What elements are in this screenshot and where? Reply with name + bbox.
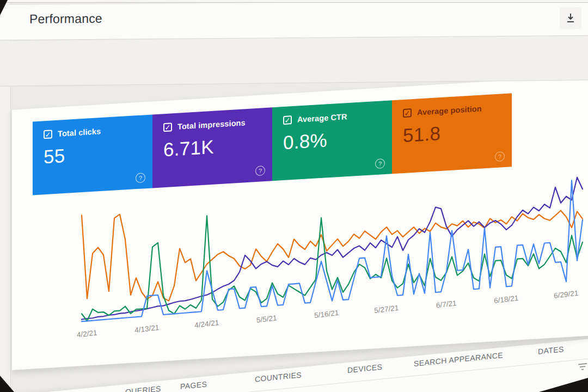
metric-card-label: Average position [417, 104, 482, 117]
tab-search-appearance[interactable]: SEARCH APPEARANCE [414, 351, 503, 368]
metric-card-label: Total impressions [177, 118, 246, 131]
x-axis-tick-label: 4/24/21 [194, 318, 219, 329]
screen-top-edge [0, 0, 588, 3]
metric-card-label: Total clicks [58, 127, 101, 138]
help-icon[interactable]: ? [375, 158, 385, 169]
checkbox-checked-icon[interactable]: ✓ [403, 108, 412, 118]
metric-card-value: 51.8 [403, 119, 503, 146]
export-button[interactable] [560, 7, 581, 29]
x-axis-tick-label: 6/29/21 [554, 289, 579, 300]
metric-card-label: Average CTR [297, 112, 347, 124]
checkbox-checked-icon[interactable]: ✓ [44, 130, 52, 139]
page-title: Performance [29, 11, 102, 27]
metric-card-total-impressions[interactable]: ✓ Total impressions 6.71K ? [152, 107, 272, 188]
table-filter-icon[interactable] [578, 363, 587, 372]
metric-card-total-clicks[interactable]: ✓ Total clicks 55 ? [33, 114, 152, 195]
help-icon[interactable]: ? [255, 166, 265, 176]
header: Performance [0, 1, 588, 40]
x-axis-tick-label: 6/18/21 [494, 294, 519, 305]
filter-bar [0, 35, 588, 86]
metric-card-value: 0.8% [283, 126, 383, 154]
checkbox-checked-icon[interactable]: ✓ [163, 122, 172, 132]
help-icon[interactable]: ? [136, 173, 145, 183]
x-axis-tick-label: 5/5/21 [256, 314, 277, 324]
x-axis-tick-label: 5/27/21 [374, 304, 399, 315]
x-axis-tick-label: 6/7/21 [436, 299, 457, 309]
performance-chart: 4/2/214/13/214/24/215/5/215/16/215/27/21… [12, 158, 588, 372]
tab-pages[interactable]: PAGES [180, 379, 207, 391]
help-icon[interactable]: ? [495, 151, 505, 162]
x-axis-tick-label: 5/16/21 [314, 309, 339, 320]
x-axis-tick-label: 4/2/21 [77, 328, 97, 339]
tab-dates[interactable]: DATES [538, 345, 564, 356]
performance-panel: ✓ Total clicks 55 ? ✓ Total impressions … [12, 75, 588, 370]
tab-countries[interactable]: COUNTRIES [255, 370, 302, 383]
download-icon [565, 13, 576, 23]
metric-card-average-position[interactable]: ✓ Average position 51.8 ? [392, 93, 512, 174]
x-axis-tick-label: 4/13/21 [134, 323, 160, 334]
tab-devices[interactable]: DEVICES [347, 363, 382, 375]
tab-queries[interactable]: QUERIES [125, 384, 161, 392]
metric-card-value: 6.71K [163, 133, 264, 161]
checkbox-checked-icon[interactable]: ✓ [283, 115, 292, 125]
metric-card-value: 55 [44, 140, 144, 168]
metric-card-average-ctr[interactable]: ✓ Average CTR 0.8% ? [272, 100, 392, 181]
